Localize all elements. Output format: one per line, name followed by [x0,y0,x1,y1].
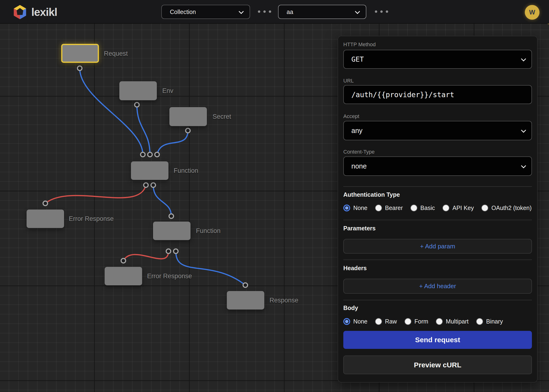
connection-port[interactable] [141,152,145,157]
accept-value: any [351,127,362,135]
connection-port[interactable] [144,183,148,188]
http-method-label: HTTP Method [343,42,532,48]
connection-port[interactable] [121,259,126,263]
body-radio-label: Form [414,318,428,325]
collection-overflow-menu-button[interactable] [258,10,271,13]
auth-radio-label: Basic [420,204,435,211]
node-label-env: Env [162,87,173,95]
node-label-function1: Function [174,167,198,175]
add-header-button[interactable]: + Add header [343,279,532,294]
accept-select[interactable]: any [343,121,532,140]
connection-port[interactable] [155,152,159,157]
node-request[interactable] [61,44,99,63]
top-bar: lexikl Collection aa W [0,0,549,24]
chevron-down-icon [239,9,244,14]
body-radio-group: NoneRawFormMultipartBinary [343,318,532,325]
node-label-function2: Function [196,227,221,235]
auth-radio-label: API Key [452,204,474,211]
edge-curve [137,105,150,154]
brand-name: lexikl [31,6,57,19]
send-request-button[interactable]: Send request [343,331,532,349]
dot-icon [380,10,383,13]
lexikl-logo-icon [13,5,27,20]
auth-radio-bearer[interactable]: Bearer [375,204,403,211]
auth-radio-api-key[interactable]: API Key [442,204,474,211]
radio-icon [375,204,382,211]
connection-port[interactable] [135,103,139,107]
radio-icon [411,204,417,211]
auth-radio-label: OAuth2 (token) [491,204,532,211]
auth-radio-basic[interactable]: Basic [411,204,435,211]
node-error2[interactable] [105,267,142,285]
chevron-down-icon [521,56,526,61]
dot-icon [263,10,266,13]
connection-port[interactable] [186,128,190,133]
connection-port[interactable] [169,214,174,218]
body-radio-label: Multipart [446,318,469,325]
node-label-secret: Secret [213,113,231,120]
node-label-response: Response [269,297,298,304]
chevron-down-icon [521,163,526,168]
url-label: URL [343,78,532,84]
add-param-label: + Add param [420,243,455,250]
node-label-request: Request [104,50,128,57]
radio-icon [343,204,350,211]
dot-icon [386,10,388,13]
connection-port[interactable] [243,283,248,287]
auth-type-label: Authentication Type [343,191,532,198]
body-radio-none[interactable]: None [343,318,368,325]
node-function2[interactable] [153,222,190,240]
body-radio-raw[interactable]: Raw [375,318,397,325]
auth-radio-oauth2-token-[interactable]: OAuth2 (token) [481,204,532,211]
url-input[interactable]: /auth/{{provider}}/start [343,85,532,104]
content-type-select[interactable]: none [343,156,532,176]
parameters-label: Parameters [343,225,532,232]
body-radio-binary[interactable]: Binary [476,318,503,325]
user-avatar[interactable]: W [525,5,540,20]
node-error1[interactable] [27,210,64,228]
divider [343,259,532,260]
body-label: Body [343,305,532,311]
brand[interactable]: lexikl [13,5,57,20]
body-radio-label: Raw [385,318,397,325]
connection-port[interactable] [174,249,178,254]
auth-radio-label: Bearer [385,204,403,211]
dot-icon [258,10,260,13]
edge-curve [123,251,168,261]
edge-curve [153,185,171,216]
preview-curl-button[interactable]: Preview cURL [343,356,532,374]
auth-radio-label: None [353,204,368,211]
collection-dropdown[interactable]: Collection [161,5,250,19]
connection-port[interactable] [166,249,171,254]
radio-icon [476,318,483,325]
dot-icon [269,10,271,13]
node-secret[interactable] [169,107,207,126]
connection-port[interactable] [78,66,82,71]
auth-radio-none[interactable]: None [343,204,368,211]
connection-port[interactable] [43,201,48,206]
headers-label: Headers [343,265,532,272]
flow-dropdown[interactable]: aa [278,5,366,19]
body-radio-label: Binary [486,318,503,325]
body-radio-multipart[interactable]: Multipart [436,318,469,325]
node-function1[interactable] [131,161,168,180]
divider [343,220,532,220]
body-radio-form[interactable]: Form [405,318,428,325]
flow-overflow-menu-button[interactable] [375,10,388,13]
add-param-button[interactable]: + Add param [343,239,532,254]
edge-curve [157,131,188,154]
radio-icon [481,204,488,211]
flow-dropdown-value: aa [287,8,293,15]
connection-port[interactable] [148,152,152,157]
divider [343,186,532,187]
accept-label: Accept [343,113,532,119]
http-method-select[interactable]: GET [343,50,532,69]
auth-type-radio-group: NoneBearerBasicAPI KeyOAuth2 (token) [343,204,532,211]
app-root: RequestEnvSecretFunctionError ResponseFu… [0,0,549,392]
node-response[interactable] [227,291,264,309]
node-env[interactable] [119,81,157,100]
radio-icon [442,204,449,211]
collection-dropdown-value: Collection [170,8,196,15]
connection-port[interactable] [151,183,156,188]
request-config-panel: HTTP Method GET URL /auth/{{provider}}/s… [338,36,538,383]
